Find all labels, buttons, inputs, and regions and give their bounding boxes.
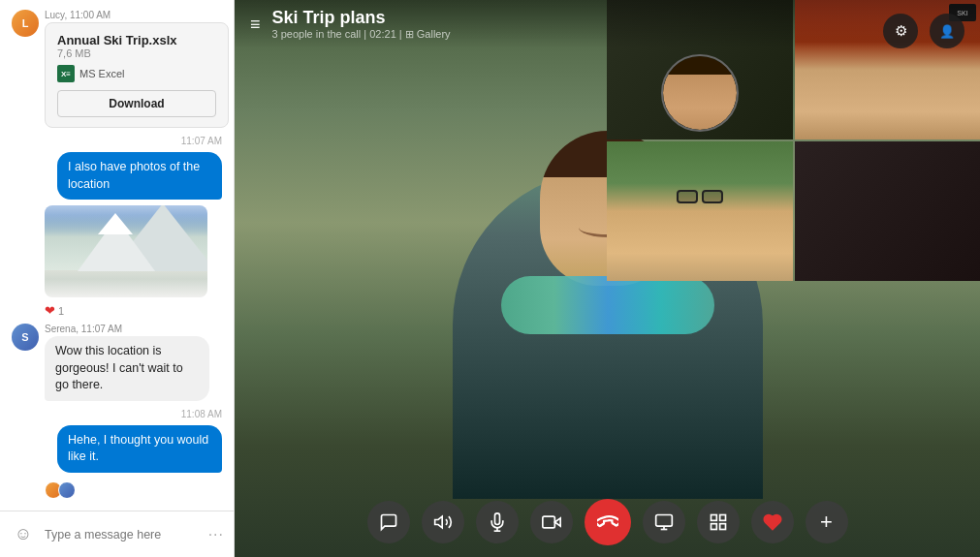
avatar-lucy: L [12, 10, 39, 37]
sent-message-photos: I also have photos of the location [12, 152, 222, 200]
end-call-button[interactable] [585, 499, 631, 545]
timestamp-1: 11:07 AM [12, 136, 222, 146]
reaction-row: ❤ 1 [45, 303, 222, 318]
speaker-icon [433, 512, 453, 532]
file-size: 7,6 MB [57, 47, 216, 59]
camera-icon [542, 512, 561, 532]
svg-rect-11 [711, 524, 716, 530]
screen-share-icon [654, 512, 674, 532]
avatar-overlap-row [45, 481, 222, 499]
chat-toggle-button[interactable] [367, 501, 410, 543]
heart-reaction: ❤ [45, 303, 55, 318]
download-button[interactable]: Download [57, 90, 216, 117]
chat-input-bar: ☺ ··· [0, 511, 234, 557]
phone-end-icon [597, 511, 618, 533]
participant-cell-3 [607, 141, 793, 281]
file-card: Annual Ski Trip.xslx 7,6 MB X≡ MS Excel … [45, 22, 229, 128]
bubble-sent: Hehe, I thought you would like it. [57, 425, 222, 473]
camera-button[interactable] [530, 501, 573, 543]
call-title: Ski Trip plans [272, 8, 451, 28]
message-row-serena: S Serena, 11:07 AM Wow this location is … [12, 324, 222, 401]
call-controls-bottom: + [235, 499, 980, 545]
hamburger-icon[interactable]: ≡ [250, 15, 261, 35]
gallery-icon [709, 512, 728, 532]
gear-icon: ⚙ [895, 22, 907, 40]
file-type-row: X≡ MS Excel [57, 65, 216, 82]
add-button[interactable]: + [806, 501, 848, 543]
mic-icon [488, 512, 507, 532]
serena-message-content: Serena, 11:07 AM Wow this location is go… [45, 324, 209, 401]
sent-message-hehe: Hehe, I thought you would like it. [12, 425, 222, 473]
call-controls-top: ⚙ 👤 [883, 14, 964, 48]
excel-icon: X≡ [57, 65, 75, 82]
speaker-button[interactable] [422, 501, 464, 543]
heart-icon [763, 512, 782, 532]
more-options-button[interactable]: ··· [208, 526, 224, 543]
mountain-image [45, 205, 207, 297]
avatar-tiny-serena [58, 481, 76, 499]
bubble-photos: I also have photos of the location [57, 152, 222, 200]
file-message-content: Lucy, 11:00 AM Annual Ski Trip.xslx 7,6 … [45, 10, 229, 128]
participant-face-3 [607, 141, 793, 281]
file-type-label: MS Excel [79, 68, 124, 79]
participant-cell-4 [795, 141, 981, 281]
emoji-button[interactable]: ☺ [10, 521, 37, 548]
call-title-block: Ski Trip plans 3 people in the call | 02… [272, 8, 451, 41]
gallery-view-button[interactable] [697, 501, 740, 543]
message-input[interactable] [45, 528, 201, 542]
file-name: Annual Ski Trip.xslx [57, 33, 216, 47]
svg-rect-5 [655, 515, 672, 527]
svg-rect-4 [542, 516, 554, 528]
message-list: L Lucy, 11:00 AM Annual Ski Trip.xslx 7,… [0, 0, 234, 511]
svg-rect-9 [719, 515, 725, 521]
add-participant-button[interactable]: 👤 [930, 14, 964, 48]
svg-marker-0 [434, 516, 442, 528]
settings-button[interactable]: ⚙ [883, 14, 918, 48]
reaction-count: 1 [58, 305, 64, 317]
plus-icon: + [820, 511, 833, 533]
screen-share-button[interactable] [643, 501, 685, 543]
add-person-icon: 👤 [939, 24, 955, 39]
chat-icon [379, 512, 398, 532]
svg-rect-8 [711, 515, 716, 521]
bubble-serena: Wow this location is gorgeous! I can't w… [45, 336, 209, 401]
sender-time-serena: Serena, 11:07 AM [45, 324, 209, 334]
sender-time-lucy: Lucy, 11:00 AM [45, 10, 229, 20]
avatar-serena: S [12, 324, 39, 351]
video-call-panel: ≡ Ski Trip plans 3 people in the call | … [235, 0, 980, 557]
mic-button[interactable] [476, 501, 519, 543]
call-header: ≡ Ski Trip plans 3 people in the call | … [235, 0, 980, 48]
message-row-file: L Lucy, 11:00 AM Annual Ski Trip.xslx 7,… [12, 10, 222, 128]
call-subtitle: 3 people in the call | 02:21 | ⊞ Gallery [272, 28, 451, 41]
svg-rect-10 [719, 524, 725, 530]
chat-panel: L Lucy, 11:00 AM Annual Ski Trip.xslx 7,… [0, 0, 235, 557]
svg-marker-3 [554, 518, 560, 526]
react-button[interactable] [751, 501, 794, 543]
timestamp-2: 11:08 AM [12, 409, 222, 419]
